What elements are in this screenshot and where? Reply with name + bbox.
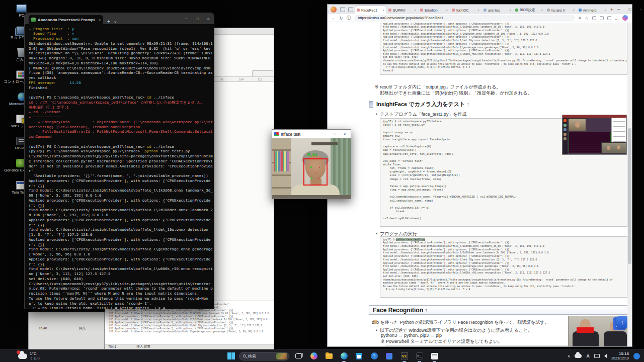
address-bar[interactable]: https://izutsu.aa0.netvolante.jp/pukiwik…	[354, 15, 575, 21]
taskbar-icon-copilot[interactable]	[308, 351, 319, 361]
browser-tab-3[interactable]: Emotion×	[418, 6, 450, 14]
red-label-box	[577, 327, 594, 333]
browser-tab-2[interactable]: SUPAVI×	[386, 6, 418, 14]
refresh-icon[interactable]: ↻	[340, 16, 343, 21]
minimize-button[interactable]: ─	[181, 13, 192, 24]
notification-bell-icon[interactable]	[633, 353, 640, 359]
editor-insert-mode: 挿入 変更	[136, 344, 150, 349]
speaker-icon[interactable]	[604, 354, 607, 358]
browser-tab-5[interactable]: ans lies×	[481, 6, 513, 14]
tab-label: ans lies	[488, 9, 508, 12]
terminal-tab[interactable]: Anaconda Powershell Prompt ×	[29, 15, 103, 24]
back-icon[interactable]: ←	[332, 16, 336, 21]
copilot-icon[interactable]	[622, 15, 628, 21]
editor-cursor-position: 16,48	[39, 326, 47, 330]
tab-dropdown-icon[interactable]: ∨	[114, 20, 117, 24]
close-tab-icon[interactable]: ×	[509, 9, 511, 12]
more-menu-icon[interactable]: …	[615, 16, 619, 21]
close-tab-icon[interactable]: ×	[541, 9, 543, 12]
display-icon[interactable]	[594, 354, 600, 358]
scrollbar[interactable]	[627, 23, 632, 346]
page-top-button[interactable]: ↑	[616, 316, 628, 328]
ime-mode-indicator[interactable]: A	[586, 353, 590, 358]
site-info-icon[interactable]: ⓘ	[347, 15, 351, 21]
webcam-window-title: Inface test	[281, 132, 318, 137]
terminal-titlebar[interactable]: Anaconda Powershell Prompt × + ∨ ─ □ ×	[25, 13, 214, 24]
taskbar-icon-vz-editor[interactable]: Vz	[399, 351, 410, 361]
taskbar-icon-clipchamp[interactable]	[384, 351, 394, 361]
browser-tab-1[interactable]: FaceRec1×	[355, 6, 386, 14]
browser-tab-7[interactable]: hp ans li×	[545, 6, 577, 14]
close-button[interactable]: ×	[203, 13, 214, 24]
code-block-execution-output: (py37) $ python face_test1.pyApplied pro…	[380, 236, 627, 298]
browser-window: FaceRec1×SUPAVI×Emotion×formOC×ans lies×…	[327, 4, 632, 347]
workspaces-icon[interactable]	[340, 7, 345, 12]
collections-icon[interactable]	[607, 16, 611, 20]
clock[interactable]: 15:18 2023/12/19	[611, 351, 629, 360]
taskbar-icon-edge[interactable]	[339, 351, 349, 361]
clipchamp-icon	[386, 353, 392, 359]
start-button[interactable]	[227, 352, 235, 360]
section-heading-insightface-camera-test: InsightFace でカメラ入力をテスト †	[369, 101, 469, 108]
close-tab-icon[interactable]: ×	[99, 18, 101, 22]
highlighted-command: python face_test1.py	[396, 238, 425, 241]
tab-favicon	[579, 9, 582, 12]
close-tab-icon[interactable]: ×	[604, 9, 606, 12]
read-aloud-icon[interactable]: A	[579, 16, 581, 20]
split-screen-icon[interactable]	[592, 16, 596, 20]
code-block-console-output: Applied providers: ['CPUExecutionProvide…	[380, 23, 627, 75]
taskbar-icon-opencv-window[interactable]	[429, 351, 440, 361]
url-text[interactable]: https://izutsu.aa0.netvolante.jp/pukiwik…	[358, 16, 443, 20]
weather-widget[interactable]: 1°C くもり	[18, 351, 41, 360]
browser-tab-4[interactable]: formOC×	[450, 6, 481, 14]
editor-document-tab[interactable]	[252, 70, 273, 76]
maximize-button[interactable]: □	[331, 130, 339, 138]
tab-actions-icon[interactable]	[348, 7, 353, 12]
vz-editor-icon: Vz	[401, 352, 408, 359]
taskbar-icon-store[interactable]	[354, 351, 364, 361]
close-button[interactable]: ×	[635, 5, 644, 14]
close-tab-icon[interactable]: ×	[446, 9, 448, 12]
maximize-button[interactable]: □	[624, 5, 635, 14]
heading-anchor-link[interactable]: †	[425, 308, 427, 312]
inface-test-window: Inface test ─ □ × M,63	[272, 129, 351, 199]
minimize-button[interactable]: ─	[613, 5, 624, 14]
search-doodle-image	[276, 353, 287, 359]
new-tab-button[interactable]: +	[107, 19, 110, 24]
terminal-body[interactable]: - Program Title : y- Speed flag : y- Pro…	[25, 24, 214, 309]
webcam-titlebar[interactable]: Inface test ─ □ ×	[272, 130, 351, 138]
browser-tab-8[interactable]: winmerg×	[577, 6, 608, 14]
minimize-button[interactable]: ─	[320, 130, 329, 138]
hidden-icons-chevron[interactable]: ∧	[568, 354, 571, 358]
help-icon: ?	[371, 352, 378, 359]
file-explorer-icon	[326, 353, 333, 359]
close-tab-icon[interactable]: ×	[382, 9, 384, 12]
wiki-page-content: Applied providers: ['CPUExecutionProvide…	[328, 23, 632, 346]
weather-temperature: 1°C	[30, 351, 41, 356]
heading-anchor-link[interactable]: †	[467, 102, 469, 107]
browser-tab-6[interactable]: BIOS設定×	[513, 6, 545, 14]
profile-avatar[interactable]	[331, 7, 337, 13]
taskbar-icon-file-explorer[interactable]	[324, 351, 334, 361]
search-box[interactable]: 検索	[239, 352, 289, 360]
maximize-button[interactable]: □	[192, 13, 203, 24]
favorite-star-icon[interactable]: ☆	[585, 16, 589, 21]
close-tab-icon[interactable]: ×	[477, 9, 479, 12]
taskbar-icon-terminal[interactable]: >_	[414, 351, 425, 361]
editor-insert-mode: 挿入	[79, 326, 86, 331]
scrollbar-thumb[interactable]	[628, 128, 631, 264]
close-tab-icon[interactable]: ×	[414, 9, 416, 12]
taskbar-icon-task-view[interactable]	[293, 351, 304, 361]
tab-label: BIOS設定	[520, 8, 539, 13]
tab-favicon	[515, 9, 518, 12]
taskbar-icon-help[interactable]: ?	[369, 351, 379, 361]
close-button[interactable]: ×	[341, 130, 349, 138]
ubuntu-screenshot-image[interactable]	[562, 115, 627, 155]
tray-date: 2023/12/19	[611, 356, 629, 360]
terminal-icon: >_	[416, 352, 423, 359]
terminal-window: Anaconda Powershell Prompt × + ∨ ─ □ × -…	[24, 13, 214, 309]
close-tab-icon[interactable]: ×	[573, 9, 575, 12]
tab-label: FaceRec1	[361, 9, 381, 12]
favorites-bar-icon[interactable]	[600, 16, 604, 20]
onedrive-icon[interactable]	[575, 354, 582, 358]
